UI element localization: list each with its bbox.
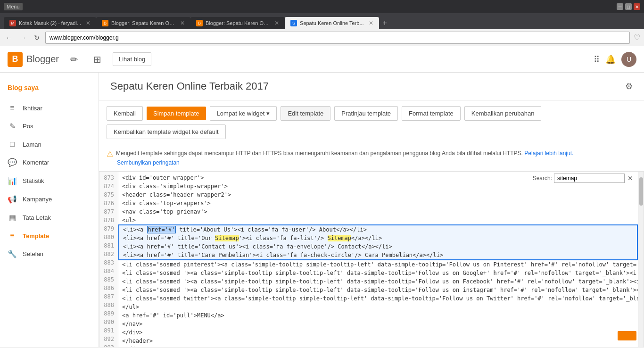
search-close-button[interactable]: ✕	[627, 174, 634, 183]
komentar-icon: 💬	[8, 158, 17, 167]
sidebar-label-tata-letak: Tata Letak	[23, 214, 51, 221]
lihat-blog-button[interactable]: Lihat blog	[113, 52, 151, 66]
tab-blogger2-label: Blogger: Sepatu Keren On...	[206, 20, 270, 26]
sidebar-item-tata-letak[interactable]: ▦ Tata Letak	[0, 208, 99, 227]
code-line-889: <a href='#' id='pull'>MENU</a>	[118, 311, 638, 320]
code-line-879: <li><a href='#' title='About Us'><i clas…	[118, 224, 638, 234]
sidebar-label-statistik: Statistik	[23, 177, 44, 184]
main-layout: Blog saya ≡ Ikhtisar ✎ Pos □ Laman 💬 Kom…	[0, 73, 644, 347]
tab-blogger2-close[interactable]: ✕	[274, 20, 279, 26]
tab-blogger1-label: Blogger: Sepatu Keren On...	[111, 20, 175, 26]
forward-button[interactable]: →	[18, 33, 28, 42]
sidebar-label-laman: Laman	[23, 141, 41, 148]
search-input[interactable]	[554, 174, 625, 183]
kembali-button[interactable]: Kembali	[107, 106, 143, 121]
page-title: Sepatu Keren Online Terbaik 2017	[110, 80, 269, 92]
notification-icon[interactable]: 🔔	[605, 54, 616, 65]
apps-icon[interactable]: ⠿	[594, 54, 600, 65]
posts-icon-button[interactable]: ⊞	[90, 52, 105, 67]
sepatu-favicon: S	[290, 20, 297, 26]
code-line-886: <li class='sosmed '><a class='simple-too…	[118, 286, 638, 294]
avatar[interactable]: U	[621, 52, 636, 67]
reload-button[interactable]: ↻	[32, 33, 41, 42]
learn-more-link[interactable]: Pelajari lebih lanjut.	[524, 150, 573, 157]
close-button[interactable]: ✕	[634, 3, 640, 10]
sidebar-label-komentar: Komentar	[23, 159, 49, 166]
back-button[interactable]: ←	[4, 33, 14, 42]
template-icon: ≡	[8, 232, 17, 240]
code-line-893: </header>	[118, 337, 638, 345]
blogger1-favicon: B	[102, 20, 108, 26]
maximize-button[interactable]: □	[625, 3, 632, 10]
pratinjau-template-button[interactable]: Pratinjau template	[334, 106, 398, 121]
tab-blogger1-close[interactable]: ✕	[180, 20, 185, 26]
line-numbers: 8738748758768778788798808818828838848858…	[99, 172, 118, 347]
code-editor: Search: ✕ 873874875876877878879880881882…	[99, 171, 644, 347]
simpan-template-button[interactable]: Simpan template	[147, 107, 206, 120]
window-controls: ─ □ ✕	[617, 3, 640, 10]
pos-icon: ✎	[8, 122, 17, 131]
scrollbar-thumb[interactable]	[639, 177, 643, 206]
tab-sepatu-close[interactable]: ✕	[369, 20, 373, 26]
bookmark-icon[interactable]: ♡	[634, 33, 640, 42]
toolbar: Kembali Simpan template Lompat ke widget…	[99, 100, 644, 145]
edit-template-button[interactable]: Edit template	[281, 106, 330, 121]
warning-icon: ⚠	[107, 149, 113, 158]
sidebar-item-pos[interactable]: ✎ Pos	[0, 117, 99, 135]
kembalikan-perubahan-button[interactable]: Kembalikan perubahan	[464, 106, 542, 121]
tab-gmail[interactable]: M Kotak Masuk (2) - feryadi... ✕	[4, 17, 96, 29]
laman-icon: □	[8, 140, 17, 149]
tab-gmail-close[interactable]: ✕	[86, 20, 91, 26]
blogger2-favicon: B	[196, 20, 203, 26]
code-line-892: </div>	[118, 328, 638, 337]
code-line-878: <ul>	[118, 216, 638, 224]
code-line-882: <li><a href='#' title='Cara Pembelian'><…	[118, 251, 638, 260]
code-line-881: <li><a href='#' title='Contact us'><i cl…	[118, 242, 638, 251]
hide-warning-link[interactable]: Sembunyikan peringatan	[107, 159, 636, 166]
code-line-890: </nav>	[118, 320, 638, 328]
tab-sepatu[interactable]: S Sepatu Keren Online Terb... ✕	[285, 17, 379, 29]
format-template-button[interactable]: Format template	[402, 106, 461, 121]
sidebar-label-kampanye: Kampanye	[23, 196, 52, 203]
sidebar-item-ikhtisar[interactable]: ≡ Ikhtisar	[0, 99, 99, 117]
blogger-logo-icon: B	[8, 52, 23, 67]
sidebar-item-komentar[interactable]: 💬 Komentar	[0, 153, 99, 172]
edit-icon-button[interactable]: ✏	[66, 52, 82, 67]
header-right: ⠿ 🔔 U	[594, 52, 636, 67]
gmail-favicon: M	[9, 20, 16, 26]
sidebar-item-setelan[interactable]: 🔧 Setelan	[0, 245, 99, 263]
editor-scrollbar[interactable]	[638, 172, 644, 347]
tab-blogger1[interactable]: B Blogger: Sepatu Keren On... ✕	[96, 17, 190, 29]
blog-title-sidebar[interactable]: Blog saya	[0, 80, 99, 99]
code-line-887: <li class='sosmed twitter'><a class='sim…	[118, 294, 638, 303]
tab-blogger2[interactable]: B Blogger: Sepatu Keren On... ✕	[190, 17, 285, 29]
blogger-logo: B Blogger	[8, 52, 59, 67]
menu-button[interactable]: Menu	[4, 3, 23, 10]
code-line-885: <li class='sosmed '><a class='simple-too…	[118, 277, 638, 286]
settings-button[interactable]: ⚙	[625, 81, 633, 91]
blogger-logo-text: Blogger	[26, 54, 59, 65]
address-bar: ← → ↻ ♡	[0, 29, 644, 46]
code-line-888: </ul>	[118, 303, 638, 311]
sidebar-item-template[interactable]: ≡ Template	[0, 227, 99, 245]
kembalikan-template-widget-button[interactable]: Kembalikan template widget ke default	[107, 124, 226, 139]
sidebar-item-laman[interactable]: □ Laman	[0, 135, 99, 153]
sidebar-item-statistik[interactable]: 📊 Statistik	[0, 172, 99, 190]
search-label: Search:	[533, 175, 552, 182]
new-tab-button[interactable]: +	[379, 17, 391, 29]
tata-letak-icon: ▦	[8, 213, 17, 222]
title-bar: Menu ─ □ ✕	[0, 0, 644, 13]
minimize-button[interactable]: ─	[617, 3, 623, 10]
code-line-876: <div class='top-wrappers'>	[118, 199, 638, 207]
sidebar-label-setelan: Setelan	[23, 250, 43, 257]
code-line-877: <nav class='top-grienav'>	[118, 207, 638, 216]
lompat-ke-widget-button[interactable]: Lompat ke widget ▾	[210, 106, 277, 121]
tab-sepatu-label: Sepatu Keren Online Terb...	[300, 20, 364, 26]
code-line-895: </div>	[118, 345, 638, 347]
code-line-880: <li><a href='#' title='Our Sitemap'><i c…	[118, 234, 638, 242]
code-content[interactable]: <div id='outer-wrapper'> <div class='sim…	[118, 172, 638, 347]
kirim-masukan-button[interactable]	[618, 331, 636, 340]
address-input[interactable]	[45, 32, 630, 44]
code-line-874: <div class='simpletop-wrapper'>	[118, 182, 638, 191]
sidebar-item-kampanye[interactable]: 📢 Kampanye	[0, 190, 99, 208]
